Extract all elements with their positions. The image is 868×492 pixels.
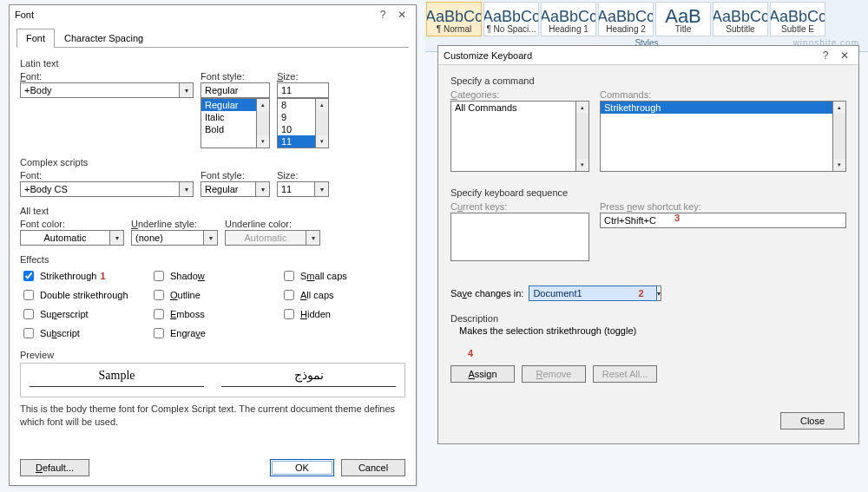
complex-size-combo[interactable]: ▾	[277, 181, 329, 197]
style-title[interactable]: AaBTitle	[655, 2, 711, 36]
hidden-checkbox[interactable]: Hidden	[280, 306, 385, 322]
scroll-up-icon[interactable]: ▴	[833, 102, 845, 114]
remove-button: Remove	[522, 365, 586, 383]
subscript-checkbox[interactable]: Subscript	[20, 325, 150, 341]
scroll-up-icon[interactable]: ▴	[257, 99, 269, 111]
scroll-down-icon[interactable]: ▾	[316, 135, 328, 148]
superscript-checkbox[interactable]: Superscript	[20, 306, 150, 322]
commands-item-strikethrough[interactable]: Strikethrough	[601, 102, 832, 114]
cancel-button[interactable]: Cancel	[341, 459, 405, 476]
size-scrollbar[interactable]: ▴▾	[316, 98, 329, 148]
font-dialog-title: Font	[15, 10, 372, 20]
preview-sample-complex: نموذج	[221, 368, 396, 387]
style-subtitle[interactable]: AaBbCcSubtitle	[713, 2, 768, 36]
close-button[interactable]: Close	[780, 412, 845, 430]
dropdown-icon[interactable]: ▾	[180, 82, 194, 98]
scroll-down-icon[interactable]: ▾	[576, 159, 589, 171]
current-keys-list[interactable]	[450, 213, 589, 261]
size-list[interactable]: 8 9 10 11	[277, 98, 316, 148]
description-label: Description	[450, 313, 846, 324]
current-keys-label: Current keys:	[450, 201, 589, 212]
scroll-down-icon[interactable]: ▾	[257, 135, 269, 148]
scroll-down-icon[interactable]: ▾	[833, 159, 845, 171]
commands-list[interactable]: Strikethrough	[600, 101, 833, 172]
ok-button[interactable]: OK	[270, 459, 334, 476]
complex-size-input[interactable]	[277, 181, 315, 197]
font-color-combo[interactable]: ▾	[20, 230, 124, 246]
tab-character-spacing[interactable]: Character Spacing	[55, 29, 153, 48]
dropdown-icon[interactable]: ▾	[315, 181, 329, 197]
close-icon[interactable]: ✕	[393, 8, 411, 22]
help-icon[interactable]: ?	[374, 8, 391, 22]
font-color-label: Font color:	[20, 219, 124, 229]
underline-color-combo: ▾	[225, 230, 320, 246]
preview-box: Sample نموذج	[20, 363, 405, 397]
style-heading1[interactable]: AaBbCcHeading 1	[541, 2, 596, 36]
complex-font-input[interactable]	[20, 181, 180, 197]
scroll-up-icon[interactable]: ▴	[576, 102, 589, 114]
customize-keyboard-dialog: Customize Keyboard ? ✕ Specify a command…	[437, 45, 859, 444]
preview-description: This is the body theme font for Complex …	[20, 403, 405, 429]
preview-sample-latin: Sample	[30, 369, 204, 387]
allcaps-checkbox[interactable]: All caps	[280, 287, 385, 303]
categories-item[interactable]: All Commands	[451, 102, 575, 114]
font-style-scrollbar[interactable]: ▴▾	[257, 98, 270, 148]
marker-4: 4	[468, 348, 473, 358]
outline-checkbox[interactable]: Outline	[150, 287, 280, 303]
categories-scrollbar[interactable]: ▴▾	[576, 101, 589, 172]
strikethrough-checkbox[interactable]: Strikethrough1	[20, 268, 150, 284]
font-style-label: Font style:	[201, 71, 270, 82]
underline-style-label: Underline style:	[131, 219, 218, 229]
marker-1: 1	[100, 271, 105, 281]
underline-style-input[interactable]	[131, 230, 204, 246]
font-style-opt-bold[interactable]: Bold	[201, 123, 256, 135]
style-no-spacing[interactable]: AaBbCc¶ No Spaci...	[483, 2, 539, 36]
help-icon[interactable]: ?	[817, 49, 834, 62]
dropdown-icon[interactable]: ▾	[180, 181, 194, 197]
dropdown-icon[interactable]: ▾	[657, 285, 661, 301]
complex-font-combo[interactable]: ▾	[20, 181, 194, 197]
complex-size-label: Size:	[277, 170, 329, 180]
font-dialog-titlebar[interactable]: Font ? ✕	[10, 5, 416, 24]
description-text: Makes the selection strikethrough (toggl…	[459, 325, 846, 336]
scroll-up-icon[interactable]: ▴	[316, 99, 328, 111]
size-input[interactable]	[277, 82, 329, 98]
close-icon[interactable]: ✕	[836, 49, 853, 62]
font-input[interactable]	[20, 82, 180, 98]
all-text-label: All text	[20, 206, 405, 216]
double-strike-checkbox[interactable]: Double strikethrough	[20, 287, 150, 303]
marker-2: 2	[638, 288, 643, 298]
font-style-opt-italic[interactable]: Italic	[201, 111, 256, 123]
smallcaps-checkbox[interactable]: Small caps	[280, 268, 385, 284]
complex-style-input[interactable]	[201, 181, 256, 197]
categories-list[interactable]: All Commands	[450, 101, 576, 172]
new-shortcut-input[interactable]	[600, 213, 846, 228]
font-color-input[interactable]	[20, 230, 110, 246]
font-dialog: Font ? ✕ Font Character Spacing Latin te…	[9, 4, 417, 486]
dropdown-icon[interactable]: ▾	[110, 230, 124, 246]
save-changes-combo[interactable]: ▾	[529, 285, 633, 301]
resetall-button[interactable]: Reset All...	[593, 365, 657, 383]
preview-label: Preview	[20, 350, 405, 360]
complex-style-combo[interactable]: ▾	[201, 181, 270, 197]
engrave-checkbox[interactable]: Engrave	[150, 325, 280, 341]
font-combo[interactable]: ▾	[20, 82, 194, 98]
dropdown-icon[interactable]: ▾	[204, 230, 218, 246]
style-subtle[interactable]: AaBbCcSubtle E	[770, 2, 825, 36]
dropdown-icon[interactable]: ▾	[256, 181, 270, 197]
font-style-opt-regular[interactable]: Regular	[201, 99, 256, 111]
font-style-input[interactable]	[201, 82, 270, 98]
emboss-checkbox[interactable]: Emboss	[150, 306, 280, 322]
shadow-checkbox[interactable]: Shadow	[150, 268, 280, 284]
default-button[interactable]: Default...	[20, 459, 89, 476]
font-style-list[interactable]: Regular Italic Bold	[201, 98, 257, 148]
kb-dialog-titlebar[interactable]: Customize Keyboard ? ✕	[438, 46, 858, 65]
underline-style-combo[interactable]: ▾	[131, 230, 218, 246]
assign-button[interactable]: Assign	[450, 365, 515, 383]
commands-label: Commands:	[600, 89, 846, 100]
commands-scrollbar[interactable]: ▴▾	[833, 101, 846, 172]
style-heading2[interactable]: AaBbCcHeading 2	[598, 2, 654, 36]
style-normal[interactable]: AaBbCc¶ Normal	[426, 2, 482, 36]
tab-font[interactable]: Font	[16, 29, 55, 48]
underline-color-label: Underline color:	[225, 219, 320, 229]
